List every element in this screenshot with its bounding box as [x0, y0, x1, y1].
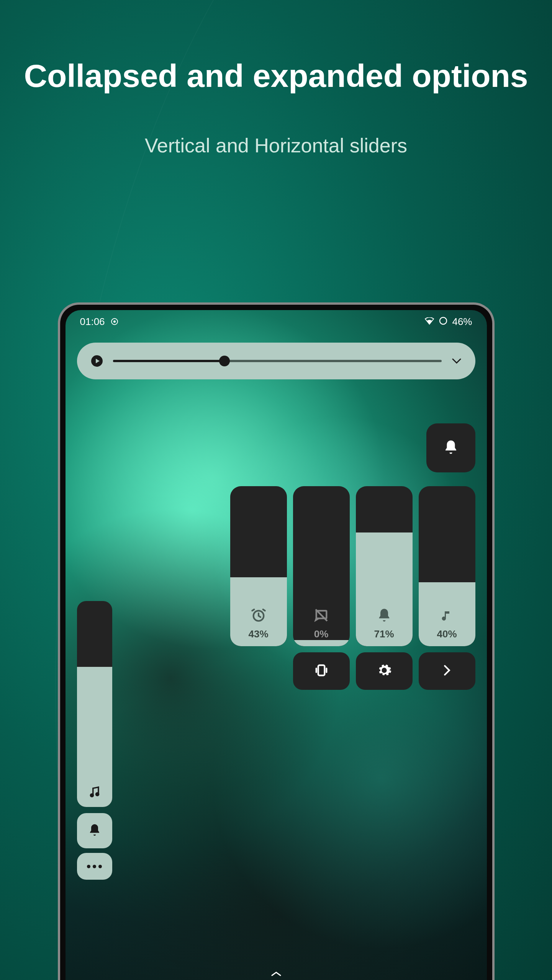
- collapsed-notification-button[interactable]: [77, 813, 112, 848]
- bell-icon: [88, 823, 102, 838]
- horizontal-thumb[interactable]: [219, 356, 230, 366]
- expand-button[interactable]: [451, 358, 462, 364]
- alarm-slider-label: 43%: [248, 628, 268, 640]
- svg-point-9: [96, 793, 98, 795]
- svg-rect-7: [318, 665, 324, 676]
- record-icon: [111, 316, 118, 328]
- bell-icon: [377, 608, 392, 624]
- collapsed-more-button[interactable]: [77, 853, 112, 880]
- vibrate-button[interactable]: [293, 652, 350, 690]
- wifi-icon: [424, 316, 434, 328]
- settings-button[interactable]: [356, 652, 413, 690]
- vibrate-icon: [314, 663, 329, 679]
- chevron-right-icon: [442, 665, 452, 677]
- alarm-icon: [251, 608, 266, 624]
- dot-icon: [93, 865, 96, 868]
- svg-point-8: [90, 794, 93, 797]
- dot-icon: [87, 865, 90, 868]
- chat-off-icon: [314, 608, 329, 624]
- ring-slider-label: 71%: [374, 628, 394, 640]
- horizontal-track-fill: [113, 360, 225, 362]
- next-button[interactable]: [419, 652, 475, 690]
- collapsed-media-slider[interactable]: [77, 601, 112, 807]
- media-slider[interactable]: 40%: [419, 486, 475, 646]
- svg-point-1: [113, 320, 116, 323]
- music-note-icon: [88, 786, 101, 800]
- status-time: 01:06: [80, 316, 105, 328]
- dot-icon: [98, 865, 102, 868]
- notification-toggle[interactable]: [426, 423, 475, 472]
- nav-up-indicator[interactable]: [270, 971, 282, 980]
- horizontal-player-slider[interactable]: [77, 343, 475, 379]
- chat-slider[interactable]: 0%: [293, 486, 350, 646]
- bell-icon: [443, 439, 459, 457]
- phone-frame: 01:06 46%: [58, 302, 495, 980]
- chat-slider-label: 0%: [314, 628, 329, 640]
- play-button[interactable]: [90, 354, 104, 368]
- ring-slider[interactable]: 71%: [356, 486, 413, 646]
- settings-icon: [377, 663, 392, 679]
- battery-icon: [439, 316, 447, 328]
- vertical-slider-group: 43% 0% 71%: [230, 486, 475, 646]
- status-battery: 46%: [452, 316, 472, 328]
- alarm-slider[interactable]: 43%: [230, 486, 287, 646]
- svg-point-2: [440, 317, 447, 324]
- status-bar: 01:06 46%: [66, 310, 487, 333]
- action-row: [293, 652, 475, 690]
- media-slider-label: 40%: [437, 628, 457, 640]
- horizontal-track[interactable]: [113, 360, 442, 362]
- phone-screen: 01:06 46%: [66, 310, 487, 980]
- music-note-icon: [440, 609, 454, 624]
